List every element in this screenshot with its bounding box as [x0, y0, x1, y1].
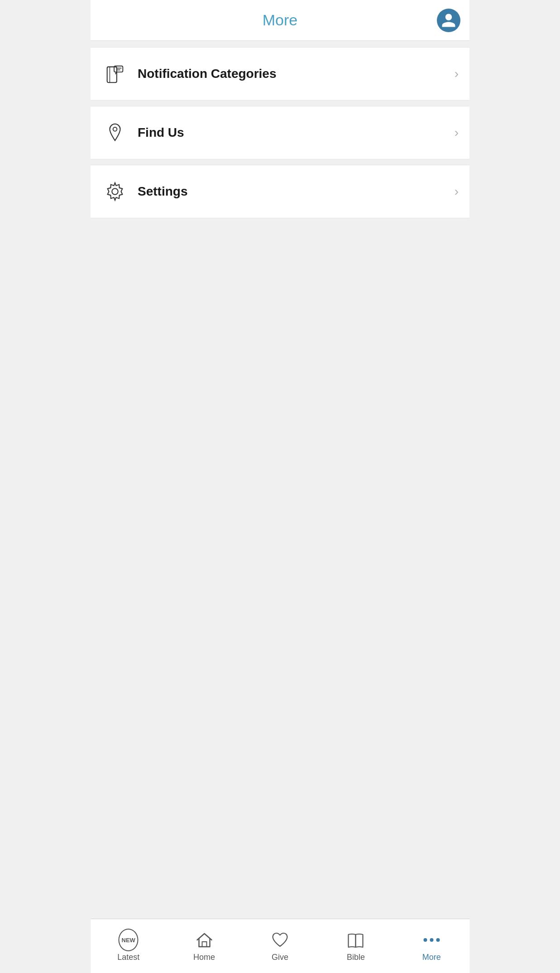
- bible-icon: [346, 930, 366, 950]
- empty-space: [91, 230, 469, 773]
- svg-rect-0: [107, 67, 117, 83]
- tab-more[interactable]: More: [394, 919, 469, 973]
- settings-icon: [101, 178, 129, 205]
- tab-home[interactable]: Home: [166, 919, 242, 973]
- notification-categories-label: Notification Categories: [138, 67, 455, 81]
- tab-give[interactable]: Give: [242, 919, 318, 973]
- tab-more-label: More: [422, 953, 441, 962]
- svg-rect-8: [202, 942, 206, 947]
- user-icon: [440, 12, 457, 29]
- settings-item[interactable]: Settings ›: [91, 165, 469, 218]
- tab-latest[interactable]: NEW Latest: [91, 919, 166, 973]
- tab-bible[interactable]: Bible: [318, 919, 393, 973]
- notification-categories-chevron: ›: [455, 67, 459, 81]
- new-badge-icon: NEW: [119, 930, 139, 950]
- tab-bar: NEW Latest Home Give: [91, 919, 469, 973]
- notification-categories-item[interactable]: Notification Categories ›: [91, 47, 469, 101]
- tab-give-label: Give: [272, 953, 288, 962]
- tab-home-label: Home: [193, 953, 215, 962]
- page-title: More: [263, 11, 297, 29]
- header: More: [91, 0, 469, 41]
- svg-point-6: [113, 127, 117, 131]
- find-us-chevron: ›: [455, 125, 459, 140]
- find-us-label: Find Us: [138, 125, 455, 140]
- settings-label: Settings: [138, 184, 455, 199]
- settings-chevron: ›: [455, 184, 459, 199]
- find-us-item[interactable]: Find Us ›: [91, 106, 469, 159]
- notification-icon: [101, 60, 129, 87]
- user-avatar[interactable]: [437, 9, 460, 32]
- home-icon: [194, 930, 214, 950]
- dots-icon: [421, 930, 441, 950]
- location-icon: [101, 119, 129, 146]
- content-area: Notification Categories › Find Us › Sett…: [91, 41, 469, 230]
- svg-point-7: [112, 188, 118, 194]
- tab-bible-label: Bible: [347, 953, 365, 962]
- heart-icon: [270, 930, 290, 950]
- tab-latest-label: Latest: [117, 953, 139, 962]
